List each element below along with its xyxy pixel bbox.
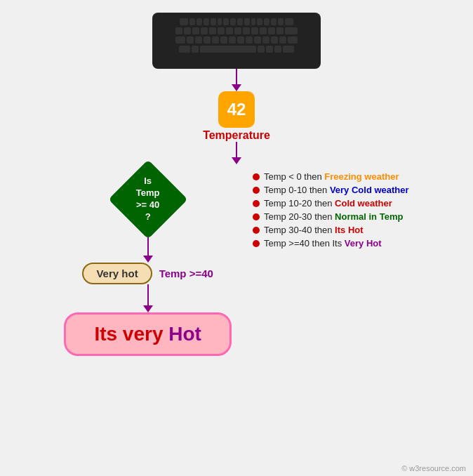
diamond-line3: >= 40 xyxy=(136,199,159,210)
legend-item-3: Temp 10-20 then Cold weather xyxy=(253,198,409,209)
temperature-label: Temperature xyxy=(203,129,270,142)
flow-left: Is Temp >= 40 ? Very hot Temp >=40 Its v… xyxy=(64,164,232,356)
bullet-2 xyxy=(253,187,260,194)
temperature-value: 42 xyxy=(227,100,246,119)
watermark: © w3resource.com xyxy=(401,464,466,472)
arrow-temp-to-diamond xyxy=(232,142,241,164)
keyboard-image xyxy=(152,13,321,69)
temperature-value-box: 42 xyxy=(218,91,255,128)
flow-section: Is Temp >= 40 ? Very hot Temp >=40 Its v… xyxy=(0,164,473,356)
bullet-1 xyxy=(253,173,260,180)
legend-item-5: Temp 30-40 then Its Hot xyxy=(253,225,409,235)
bullet-6 xyxy=(253,240,260,247)
diamond-line2: Temp xyxy=(136,187,160,198)
bullet-4 xyxy=(253,213,260,220)
diamond-shape: Is Temp >= 40 ? xyxy=(113,164,183,234)
legend-item-6: Temp >=40 then Its Very Hot xyxy=(253,238,409,249)
arrow-diamond-to-veryhot xyxy=(143,234,153,263)
very-hot-pill: Very hot xyxy=(82,263,152,284)
legend-item-4: Temp 20-30 then Normal in Temp xyxy=(253,211,409,222)
output-prefix: Its very xyxy=(94,323,168,345)
legend-item-2: Temp 0-10 then Very Cold weather xyxy=(253,185,409,195)
arrow-veryhot-to-output xyxy=(143,284,153,312)
keyboard-section xyxy=(152,13,321,69)
output-box: Its very Hot xyxy=(64,312,232,356)
bullet-5 xyxy=(253,227,260,234)
legend-highlight-4: Normal in Temp xyxy=(335,211,403,222)
very-hot-row: Very hot Temp >=40 xyxy=(82,263,213,284)
legend-highlight-2: Very Cold weather xyxy=(330,185,409,195)
very-hot-condition: Temp >=40 xyxy=(159,267,213,279)
arrow-keyboard-to-temp xyxy=(232,69,241,91)
legend-highlight-1: Freezing weather xyxy=(324,171,399,182)
legend-highlight-3: Cold weather xyxy=(335,198,392,209)
legend-item-1: Temp < 0 then Freezing weather xyxy=(253,171,409,182)
legend-highlight-6: Very Hot xyxy=(345,238,382,249)
legend-panel: Temp < 0 then Freezing weather Temp 0-10… xyxy=(253,171,409,249)
bullet-3 xyxy=(253,200,260,207)
legend-highlight-5: Its Hot xyxy=(335,225,363,235)
output-suffix: Hot xyxy=(168,323,201,345)
diamond-line4: ? xyxy=(145,211,151,222)
diamond-line1: Is xyxy=(144,176,152,186)
